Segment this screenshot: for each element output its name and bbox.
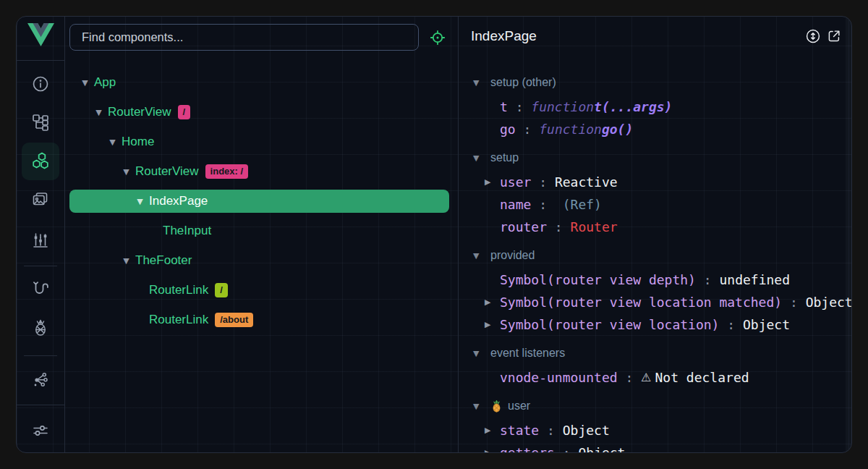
component-name: RouterView <box>108 105 171 119</box>
chevron-right-icon[interactable]: ▶ <box>485 177 500 187</box>
chevron-down-icon[interactable]: ▼ <box>94 108 103 117</box>
sidebar-item-assets[interactable] <box>22 181 59 219</box>
property-value: function <box>539 122 602 137</box>
chevron-right-icon[interactable]: ▶ <box>485 320 500 329</box>
component-name: IndexPage <box>149 194 208 208</box>
components-hexagons-icon <box>30 151 51 172</box>
settings-sliders-icon <box>30 421 51 441</box>
key-value-separator: : <box>696 272 720 287</box>
sidebar-item-pinia[interactable] <box>22 309 59 347</box>
sidebar-divider <box>17 60 64 61</box>
inspector-section: ▼setup▶user : Reactivename : (Ref)router… <box>459 145 851 238</box>
component-name: TheFooter <box>135 253 192 268</box>
property-value: Object <box>806 295 851 310</box>
assets-images-icon <box>30 190 51 210</box>
section-label: setup (other) <box>490 76 556 89</box>
key-value-separator: : <box>531 174 555 190</box>
key-value-separator: : <box>618 370 642 385</box>
tree-row-routerlink[interactable]: RouterLink/ <box>69 279 449 302</box>
property-row[interactable]: ▶Symbol(router view location matched) : … <box>459 291 851 313</box>
property-value: function <box>531 99 594 114</box>
sidebar-item-overview[interactable] <box>22 65 59 103</box>
property-key: vnode-unmounted <box>500 370 618 385</box>
search-input[interactable] <box>80 30 408 45</box>
property-key: getters <box>500 445 555 452</box>
key-value-separator: : <box>547 219 571 234</box>
chevron-down-icon: ▼ <box>473 251 483 261</box>
component-name: RouterLink <box>149 283 208 297</box>
property-row[interactable]: ▶getters : Object <box>459 441 851 452</box>
tree-row-app[interactable]: ▼App <box>69 71 449 94</box>
devtools-window: ▼App▼RouterView/▼Home▼RouterViewindex: /… <box>0 0 868 469</box>
chevron-down-icon[interactable]: ▼ <box>135 197 145 206</box>
sidebar-item-router[interactable] <box>22 270 59 308</box>
section-header[interactable]: ▼event listeners <box>459 340 851 366</box>
open-in-editor-button[interactable] <box>825 28 843 46</box>
chevron-down-icon[interactable]: ▼ <box>122 167 131 177</box>
chevron-down-icon: ▼ <box>473 153 483 163</box>
tree-row-thefooter[interactable]: ▼TheFooter <box>69 249 449 272</box>
inspector-scrollbar[interactable] <box>846 17 851 452</box>
chevron-down-icon[interactable]: ▼ <box>80 78 90 88</box>
property-row: go : function go() <box>459 118 851 140</box>
sidebar-item-components[interactable] <box>22 143 59 180</box>
section-label: user <box>508 400 530 413</box>
sidebar-item-pages[interactable] <box>22 103 59 141</box>
locate-component-button[interactable] <box>430 30 446 46</box>
section-header[interactable]: ▼provided <box>459 242 851 269</box>
tree-row-routerview[interactable]: ▼RouterView/ <box>69 101 449 124</box>
sidebar-item-settings[interactable] <box>22 412 59 449</box>
property-value: Object <box>578 445 625 452</box>
section-header[interactable]: ▼setup <box>459 145 851 171</box>
key-value-separator: : <box>516 122 540 137</box>
property-value: go() <box>602 122 633 137</box>
sidebar <box>17 17 65 452</box>
property-value: undefined <box>719 272 790 287</box>
timeline-levels-icon <box>30 230 51 250</box>
key-value-separator: : <box>719 317 743 332</box>
route-badge: / <box>215 283 228 297</box>
sidebar-item-timeline[interactable] <box>22 221 59 259</box>
sidebar-divider <box>17 405 64 405</box>
scroll-to-component-button[interactable] <box>804 28 822 46</box>
inspector-title: IndexPage <box>471 28 537 44</box>
chevron-right-icon[interactable]: ▶ <box>485 297 500 307</box>
component-tree: ▼App▼RouterView/▼Home▼RouterViewindex: /… <box>64 55 458 452</box>
route-badge: index: / <box>205 164 249 179</box>
property-row[interactable]: ▶Symbol(router view location) : Object <box>459 313 851 336</box>
property-row[interactable]: ▶user : Reactive <box>459 171 851 193</box>
sidebar-item-graph[interactable] <box>22 360 59 398</box>
key-value-separator: : <box>555 445 579 452</box>
property-value: Router <box>571 219 618 234</box>
section-label: setup <box>490 151 519 164</box>
property-value: Object <box>743 317 790 332</box>
property-row: name : (Ref) <box>459 193 851 216</box>
pinia-pineapple-icon <box>30 318 51 338</box>
router-hook-icon <box>30 279 51 299</box>
tree-row-theinput[interactable]: TheInput <box>69 219 449 242</box>
chevron-right-icon[interactable]: ▶ <box>485 448 500 452</box>
property-value: Reactive <box>555 174 618 190</box>
search-box <box>69 24 419 51</box>
tree-row-indexpage[interactable]: ▼IndexPage <box>69 190 449 213</box>
tree-row-routerview[interactable]: ▼RouterViewindex: / <box>69 160 449 183</box>
section-header[interactable]: ▼ user <box>459 393 851 419</box>
tree-row-routerlink[interactable]: RouterLink/about <box>69 308 449 331</box>
tree-row-home[interactable]: ▼Home <box>69 130 449 153</box>
section-label: event listeners <box>490 347 565 360</box>
chevron-down-icon: ▼ <box>473 78 483 88</box>
target-crosshair-icon <box>430 30 446 46</box>
inspector-section: ▼event listenersvnode-unmounted : ⚠ Not … <box>459 340 851 389</box>
property-row[interactable]: ▶state : Object <box>459 419 851 441</box>
property-key: Symbol(router view location) <box>500 317 719 332</box>
section-header[interactable]: ▼setup (other) <box>459 69 851 96</box>
pinia-pineapple-icon <box>490 400 503 413</box>
scroll-to-component-icon <box>805 28 821 44</box>
chevron-down-icon: ▼ <box>473 402 483 411</box>
sidebar-divider <box>24 266 57 266</box>
chevron-down-icon[interactable]: ▼ <box>122 256 131 266</box>
chevron-down-icon[interactable]: ▼ <box>108 138 117 147</box>
component-name: Home <box>122 135 154 149</box>
component-name: RouterView <box>135 164 199 179</box>
chevron-right-icon[interactable]: ▶ <box>485 426 500 435</box>
